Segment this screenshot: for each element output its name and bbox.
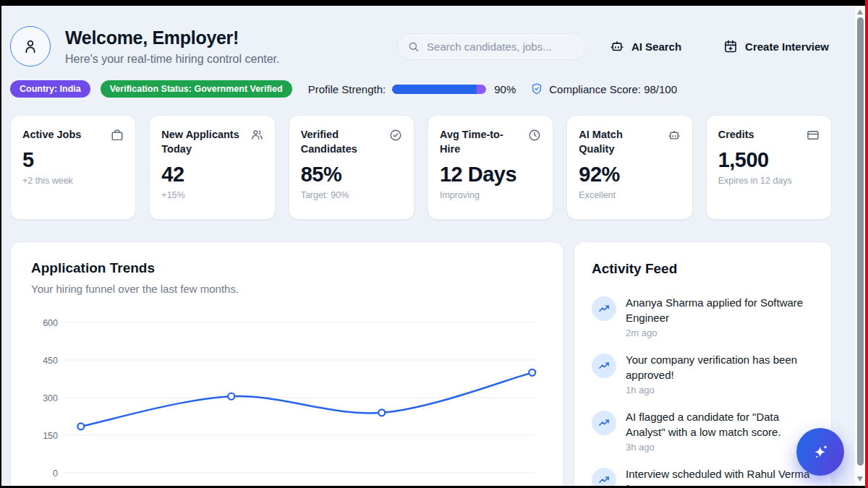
stat-card-verified-candidates: Verified Candidates 85% Target: 90% <box>289 115 414 220</box>
stat-card-subtext: Improving <box>440 190 541 200</box>
feed-item[interactable]: AI flagged a candidate for "Data Analyst… <box>592 409 814 453</box>
feed-item-text: Interview scheduled with Rahul Verma for… <box>626 466 814 486</box>
trending-up-icon <box>592 411 616 435</box>
page-subtitle: Here's your real-time hiring control cen… <box>65 53 280 66</box>
calendar-plus-icon <box>723 39 738 53</box>
stat-card-value: 1,500 <box>718 148 820 172</box>
profile-strength-label: Profile Strength: <box>308 83 386 95</box>
stat-card-label: Active Jobs <box>22 127 81 142</box>
profile-strength-bar <box>392 85 486 94</box>
profile-strength-fill <box>392 85 477 94</box>
activity-feed-title: Activity Feed <box>592 261 814 277</box>
svg-text:450: 450 <box>43 356 58 366</box>
feed-item-time: 3h ago <box>626 442 814 453</box>
search-box[interactable] <box>397 33 587 60</box>
feed-item-text: AI flagged a candidate for "Data Analyst… <box>626 409 814 440</box>
svg-text:150: 150 <box>43 431 58 441</box>
sparkles-icon <box>811 442 830 462</box>
create-interview-button[interactable]: Create Interview <box>723 39 829 53</box>
welcome-block: Welcome, Employer! Here's your real-time… <box>65 27 280 66</box>
compliance-score: Compliance Score: 98/100 <box>549 83 677 95</box>
status-bar: Country: India Verification Status: Gove… <box>10 80 843 98</box>
stat-card-ai-match-quality: AI Match Quality 92% Excellent <box>566 115 692 220</box>
svg-text:600: 600 <box>43 318 58 328</box>
stat-card-subtext: Excellent <box>579 190 680 200</box>
stat-card-avg-time-to-hire: Avg Time-to-Hire 12 Days Improving <box>427 115 553 220</box>
trending-up-icon <box>592 354 616 378</box>
dashboard-content: Welcome, Employer! Here's your real-time… <box>1 6 843 486</box>
scrollbar-thumb[interactable] <box>857 17 864 466</box>
header: Welcome, Employer! Here's your real-time… <box>10 26 843 67</box>
shield-check-icon <box>530 82 543 95</box>
stat-card-subtext: Target: 90% <box>301 190 402 200</box>
stat-card-value: 12 Days <box>440 163 541 187</box>
trends-title: Application Trends <box>31 260 542 276</box>
stat-card-value: 85% <box>301 163 402 187</box>
robot-icon <box>610 39 624 53</box>
stat-card-value: 92% <box>579 163 680 187</box>
scrollbar-up-arrow-icon[interactable] <box>857 9 863 14</box>
stat-card-label: Credits <box>718 127 754 142</box>
stat-card-label: New Applicants Today <box>161 127 242 156</box>
application-trends-panel: Application Trends Your hiring funnel ov… <box>10 241 563 486</box>
stat-card-credits: Credits 1,500 Expires in 12 days <box>706 115 832 220</box>
scrollbar-down-arrow-icon[interactable] <box>857 476 863 481</box>
feed-item-text: Ananya Sharma applied for Software Engin… <box>626 295 814 325</box>
stat-card-subtext: Expires in 12 days <box>718 176 820 186</box>
stat-card-value: 5 <box>22 148 124 172</box>
trends-chart: 6004503001500 <box>31 309 542 486</box>
user-icon <box>21 37 40 56</box>
check-circle-icon <box>389 129 402 142</box>
page-title: Welcome, Employer! <box>65 27 280 48</box>
country-badge: Country: India <box>10 80 90 98</box>
employer-avatar[interactable] <box>10 26 51 67</box>
stat-card-value: 42 <box>161 163 263 187</box>
stat-card-subtext: +15% <box>161 190 263 200</box>
credit-card-icon <box>807 129 820 142</box>
search-input[interactable] <box>425 40 576 53</box>
stat-card-label: Verified Candidates <box>301 127 382 156</box>
trending-up-icon <box>592 296 616 321</box>
feed-item-time: 1h ago <box>626 385 814 395</box>
stat-card-new-applicants: New Applicants Today 42 +15% <box>149 115 275 220</box>
briefcase-icon <box>111 129 124 142</box>
ai-search-button[interactable]: AI Search <box>610 39 681 53</box>
clock-icon <box>528 129 541 142</box>
stat-card-label: AI Match Quality <box>579 127 660 156</box>
ai-search-label: AI Search <box>631 40 681 53</box>
svg-text:0: 0 <box>53 468 58 479</box>
search-icon <box>408 40 419 53</box>
stat-card-active-jobs: Active Jobs 5 +2 this week <box>10 115 136 220</box>
feed-item[interactable]: Ananya Sharma applied for Software Engin… <box>592 295 814 338</box>
screen-edge-red-stripe <box>865 0 868 488</box>
feed-item[interactable]: Your company verification has been appro… <box>592 352 814 395</box>
profile-strength-percent: 90% <box>494 83 516 95</box>
verification-status-badge: Verification Status: Government Verified <box>101 80 292 98</box>
dashboard-screen: Welcome, Employer! Here's your real-time… <box>1 6 865 486</box>
feed-item[interactable]: Interview scheduled with Rahul Verma for… <box>592 466 814 486</box>
trending-up-icon <box>592 468 616 486</box>
stat-card-label: Avg Time-to-Hire <box>440 127 521 156</box>
stat-card-subtext: +2 this week <box>22 176 124 186</box>
svg-text:300: 300 <box>43 393 58 403</box>
stat-cards-row: Active Jobs 5 +2 this week New Applicant… <box>10 115 832 220</box>
trends-subtitle: Your hiring funnel over the last few mon… <box>31 283 542 295</box>
feed-item-text: Your company verification has been appro… <box>626 352 814 382</box>
activity-feed-panel: Activity Feed Ananya Sharma applied for … <box>574 241 832 486</box>
ai-assistant-fab[interactable] <box>796 428 844 476</box>
users-icon <box>251 129 263 141</box>
activity-feed-list: Ananya Sharma applied for Software Engin… <box>592 295 814 486</box>
feed-item-time: 2m ago <box>626 328 814 338</box>
robot-icon <box>668 129 681 142</box>
main-row: Application Trends Your hiring funnel ov… <box>10 241 843 486</box>
vertical-scrollbar[interactable] <box>854 6 865 486</box>
create-interview-label: Create Interview <box>745 40 829 53</box>
